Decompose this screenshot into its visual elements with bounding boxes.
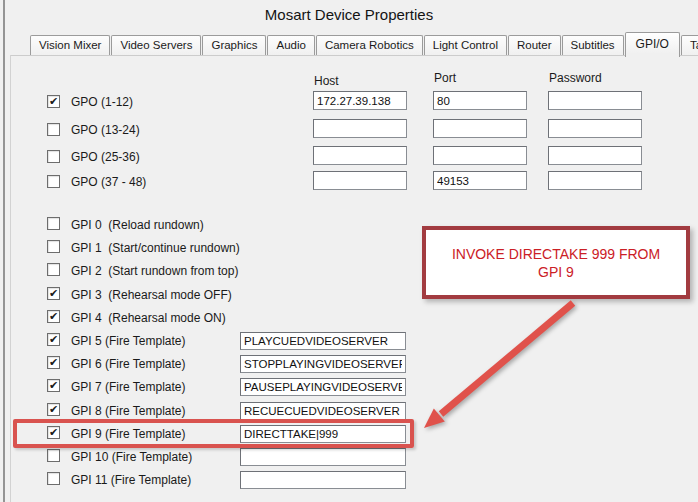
tab-audio[interactable]: Audio: [267, 35, 314, 55]
gpi-label: GPI 9 (Fire Template): [71, 427, 185, 441]
tab-gpi-o[interactable]: GPI/O: [625, 32, 680, 57]
gpi-checkbox[interactable]: ✔: [47, 403, 60, 416]
tab-subtitles[interactable]: Subtitles: [562, 35, 624, 55]
gpo-password-input[interactable]: [548, 119, 642, 138]
gpi-label: GPI 0 (Reload rundown): [71, 218, 204, 232]
tab-bar: Vision MixerVideo ServersGraphicsAudioCa…: [30, 31, 698, 55]
gpi-label: GPI 8 (Fire Template): [71, 404, 185, 418]
gpo-checkbox[interactable]: [47, 175, 60, 188]
gpo-port-input[interactable]: [433, 146, 527, 165]
gpo-row: ✔ GPO (1-12): [0, 91, 698, 111]
column-header-port: Port: [434, 71, 456, 85]
gpi-row: ✔ GPI 6 (Fire Template): [0, 356, 698, 376]
gpi-checkbox[interactable]: [47, 472, 60, 485]
tab-light-control[interactable]: Light Control: [424, 35, 507, 55]
tab-tally[interactable]: Tally: [681, 35, 698, 55]
gpi-label: GPI 10 (Fire Template): [71, 450, 192, 464]
gpi-checkbox[interactable]: [47, 263, 60, 276]
gpi-row: GPI 11 (Fire Template): [0, 472, 698, 492]
gpi-checkbox[interactable]: [47, 240, 60, 253]
gpi-template-input[interactable]: [240, 402, 406, 420]
gpi-template-input[interactable]: [240, 425, 406, 443]
gpo-checkbox[interactable]: ✔: [47, 95, 60, 108]
gpo-checkbox[interactable]: [47, 123, 60, 136]
annotation-line-2: GPI 9: [538, 263, 574, 281]
gpo-row: GPO (37 - 48): [0, 171, 698, 191]
gpo-host-input[interactable]: [313, 146, 407, 165]
column-header-host: Host: [314, 74, 339, 88]
annotation-box: INVOKE DIRECTAKE 999 FROM GPI 9: [422, 226, 690, 299]
gpo-label: GPO (13-24): [71, 123, 140, 137]
gpi-label: GPI 6 (Fire Template): [71, 357, 185, 371]
gpi-template-input[interactable]: [240, 332, 406, 350]
gpo-host-input[interactable]: [313, 91, 407, 110]
tab-vision-mixer[interactable]: Vision Mixer: [30, 35, 110, 55]
gpo-row: GPO (13-24): [0, 119, 698, 139]
gpi-label: GPI 1 (Start/continue rundown): [71, 241, 240, 255]
column-header-password: Password: [549, 71, 602, 85]
gpo-row: GPO (25-36): [0, 146, 698, 166]
tab-router[interactable]: Router: [508, 35, 561, 55]
gpi-checkbox[interactable]: ✔: [47, 426, 60, 439]
gpi-checkbox[interactable]: ✔: [47, 333, 60, 346]
tab-pane-top-border: [10, 55, 698, 56]
gpi-row: ✔ GPI 4 (Rehearsal mode ON): [0, 310, 698, 330]
window-title: Mosart Device Properties: [0, 6, 698, 23]
annotation-line-1: INVOKE DIRECTAKE 999 FROM: [452, 245, 660, 263]
gpi-label: GPI 11 (Fire Template): [71, 473, 191, 487]
gpo-port-input[interactable]: [433, 171, 527, 190]
gpi-row: ✔ GPI 7 (Fire Template): [0, 379, 698, 399]
gpi-label: GPI 5 (Fire Template): [71, 334, 185, 348]
gpi-checkbox[interactable]: [47, 217, 60, 230]
gpo-host-input[interactable]: [313, 171, 407, 190]
gpi-label: GPI 2 (Start rundown from top): [71, 264, 238, 278]
gpo-password-input[interactable]: [548, 91, 642, 110]
gpo-label: GPO (1-12): [71, 95, 133, 109]
tab-graphics[interactable]: Graphics: [202, 35, 266, 55]
gpi-checkbox[interactable]: ✔: [47, 287, 60, 300]
gpo-label: GPO (25-36): [71, 150, 140, 164]
gpo-password-input[interactable]: [548, 171, 642, 190]
gpi-template-input[interactable]: [240, 448, 406, 466]
gpi-checkbox[interactable]: [47, 449, 60, 462]
gpo-password-input[interactable]: [548, 146, 642, 165]
gpi-checkbox[interactable]: ✔: [47, 356, 60, 369]
tab-video-servers[interactable]: Video Servers: [111, 35, 201, 55]
gpi-row: GPI 10 (Fire Template): [0, 449, 698, 469]
gpi-label: GPI 4 (Rehearsal mode ON): [71, 311, 226, 325]
gpi-template-input[interactable]: [240, 355, 406, 373]
gpi-template-input[interactable]: [240, 378, 406, 396]
gpo-host-input[interactable]: [313, 119, 407, 138]
gpi-row: ✔ GPI 5 (Fire Template): [0, 333, 698, 353]
gpi-checkbox[interactable]: ✔: [47, 379, 60, 392]
gpo-port-input[interactable]: [433, 119, 527, 138]
gpi-template-input[interactable]: [240, 471, 406, 489]
gpo-checkbox[interactable]: [47, 150, 60, 163]
gpo-port-input[interactable]: [433, 91, 527, 110]
gpi-checkbox[interactable]: ✔: [47, 310, 60, 323]
gpi-row: ✔ GPI 9 (Fire Template): [0, 426, 698, 446]
tab-camera-robotics[interactable]: Camera Robotics: [316, 35, 423, 55]
gpi-label: GPI 3 (Rehearsal mode OFF): [71, 288, 232, 302]
gpo-label: GPO (37 - 48): [71, 175, 146, 189]
gpi-row: ✔ GPI 8 (Fire Template): [0, 403, 698, 423]
gpi-label: GPI 7 (Fire Template): [71, 380, 185, 394]
